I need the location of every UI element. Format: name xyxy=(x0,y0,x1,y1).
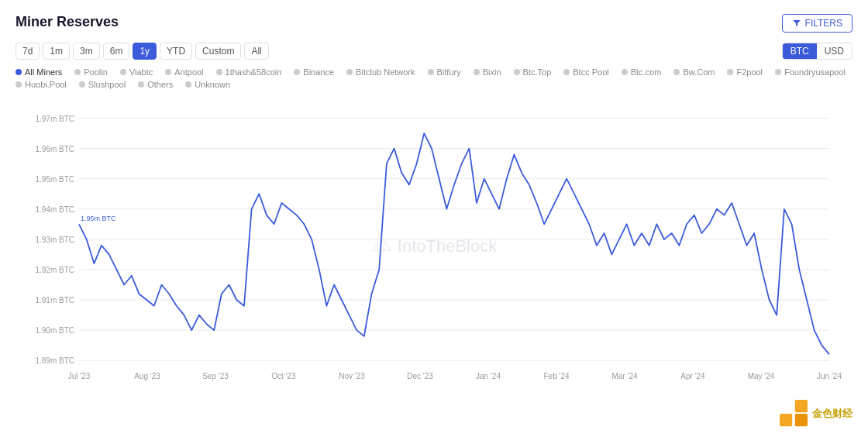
legend-label: F2pool xyxy=(736,67,763,77)
legend-item-binance[interactable]: Binance xyxy=(294,67,334,77)
svg-text:Mar '24: Mar '24 xyxy=(611,372,637,380)
legend-dot xyxy=(16,69,22,75)
legend-item-btc.com[interactable]: Btc.com xyxy=(622,67,662,77)
legend-label: Unknown xyxy=(195,80,230,89)
legend-label: Others xyxy=(147,80,173,89)
legend-label: Slushpool xyxy=(88,80,126,89)
legend-label: Poolin xyxy=(84,67,108,77)
svg-text:1.90m BTC: 1.90m BTC xyxy=(35,326,74,335)
legend-dot xyxy=(346,69,353,75)
currency-toggle: BTCUSD xyxy=(782,43,852,60)
legend-item-bitfury[interactable]: Bitfury xyxy=(428,67,461,77)
legend-item-btcc-pool[interactable]: Btcc Pool xyxy=(563,67,608,77)
legend-dot xyxy=(673,69,680,75)
time-btn-6m[interactable]: 6m xyxy=(103,43,130,60)
legend-item-foundryusapool[interactable]: Foundryusapool xyxy=(775,67,846,77)
svg-text:1.97m BTC: 1.97m BTC xyxy=(35,115,74,123)
legend-item-bw.com[interactable]: Bw.Com xyxy=(673,67,715,77)
legend-dot xyxy=(775,69,781,75)
svg-text:Aug '23: Aug '23 xyxy=(134,372,160,380)
brand-text: 金色财经 xyxy=(812,407,852,421)
svg-text:1.89m BTC: 1.89m BTC xyxy=(35,356,74,365)
page-title: Miner Reserves xyxy=(16,14,852,30)
svg-text:Jul '23: Jul '23 xyxy=(68,372,91,380)
legend-dot xyxy=(294,69,300,75)
time-btn-3m[interactable]: 3m xyxy=(73,43,100,60)
legend-dot xyxy=(138,81,144,88)
svg-text:1.94m BTC: 1.94m BTC xyxy=(35,205,74,214)
legend-label: Bitfury xyxy=(437,67,461,77)
legend-item-all-miners[interactable]: All Miners xyxy=(16,67,62,77)
filters-label: FILTERS xyxy=(805,18,842,29)
svg-text:1.92m BTC: 1.92m BTC xyxy=(35,266,74,274)
svg-text:1.95m BTC: 1.95m BTC xyxy=(81,215,116,222)
brand-icon xyxy=(780,400,808,428)
legend-label: Btc.com xyxy=(631,67,662,77)
legend-label: 1thash&58coin xyxy=(226,67,282,77)
legend-dot xyxy=(474,69,480,75)
legend-label: Bitclub Network xyxy=(356,67,415,77)
time-btn-all[interactable]: All xyxy=(244,43,268,60)
legend-item-bixin[interactable]: Bixin xyxy=(474,67,501,77)
legend-dot xyxy=(514,69,520,75)
legend-dot xyxy=(216,69,222,75)
legend-label: Viabtc xyxy=(129,67,153,77)
legend-label: Binance xyxy=(303,67,334,77)
legend-dot xyxy=(120,69,126,75)
svg-text:Jan '24: Jan '24 xyxy=(476,372,501,380)
svg-rect-34 xyxy=(795,400,808,412)
legend-label: All Miners xyxy=(25,67,62,77)
svg-text:1.95m BTC: 1.95m BTC xyxy=(35,175,74,184)
legend-label: Btc.Top xyxy=(523,67,552,77)
legend-label: Bixin xyxy=(483,67,501,77)
legend-item-huobi.pool[interactable]: Huobi.Pool xyxy=(16,80,67,89)
currency-btn-usd[interactable]: USD xyxy=(817,43,852,59)
legend-item-f2pool[interactable]: F2pool xyxy=(727,67,763,77)
legend-item-antpool[interactable]: Antpool xyxy=(165,67,203,77)
legend-dot xyxy=(16,81,22,88)
legend-item-viabtc[interactable]: Viabtc xyxy=(120,67,153,77)
filter-icon xyxy=(792,19,801,28)
legend-dot xyxy=(165,69,171,75)
legend-dot xyxy=(79,81,85,88)
legend-label: Btcc Pool xyxy=(573,67,608,77)
svg-text:Dec '23: Dec '23 xyxy=(407,372,433,380)
svg-text:Apr '24: Apr '24 xyxy=(680,372,705,380)
currency-btn-btc[interactable]: BTC xyxy=(783,43,817,59)
filters-button[interactable]: FILTERS xyxy=(782,14,852,33)
svg-text:1.93m BTC: 1.93m BTC xyxy=(35,236,74,244)
svg-rect-33 xyxy=(780,414,792,426)
svg-text:1.91m BTC: 1.91m BTC xyxy=(35,296,74,305)
svg-text:Oct '23: Oct '23 xyxy=(271,372,296,380)
legend-item-1thash&58coin[interactable]: 1thash&58coin xyxy=(216,67,282,77)
legend-dot xyxy=(74,69,81,75)
svg-text:1.96m BTC: 1.96m BTC xyxy=(35,145,74,153)
time-btn-1y[interactable]: 1y xyxy=(133,43,157,60)
legend-item-others[interactable]: Others xyxy=(138,80,173,89)
legend-label: Bw.Com xyxy=(683,67,715,77)
time-btn-7d[interactable]: 7d xyxy=(16,43,40,60)
time-filter-group: 7d1m3m6m1yYTDCustomAll xyxy=(16,43,269,60)
legend-label: Huobi.Pool xyxy=(25,80,67,89)
legend-label: Antpool xyxy=(174,67,203,77)
top-controls: 7d1m3m6m1yYTDCustomAll BTCUSD xyxy=(16,43,852,60)
chart-area: IntoTheBlock 1.89m BTC1.90m BTC1.91m BTC… xyxy=(16,95,852,397)
legend-dot xyxy=(185,81,191,88)
svg-text:Feb '24: Feb '24 xyxy=(543,372,569,380)
legend-dot xyxy=(622,69,628,75)
legend-dot xyxy=(727,69,733,75)
time-btn-custom[interactable]: Custom xyxy=(195,43,241,60)
svg-text:May '24: May '24 xyxy=(748,372,775,380)
chart-svg: 1.89m BTC1.90m BTC1.91m BTC1.92m BTC1.93… xyxy=(16,95,852,397)
svg-text:Sep '23: Sep '23 xyxy=(202,372,229,380)
legend-dot xyxy=(428,69,434,75)
time-btn-1m[interactable]: 1m xyxy=(43,43,70,60)
legend-dot xyxy=(563,69,570,75)
right-controls: FILTERS xyxy=(782,14,852,33)
legend-item-bitclub-network[interactable]: Bitclub Network xyxy=(346,67,415,77)
legend-item-btc.top[interactable]: Btc.Top xyxy=(514,67,552,77)
legend-item-unknown[interactable]: Unknown xyxy=(185,80,230,89)
legend-item-poolin[interactable]: Poolin xyxy=(74,67,108,77)
legend-item-slushpool[interactable]: Slushpool xyxy=(79,80,126,89)
time-btn-ytd[interactable]: YTD xyxy=(160,43,192,60)
